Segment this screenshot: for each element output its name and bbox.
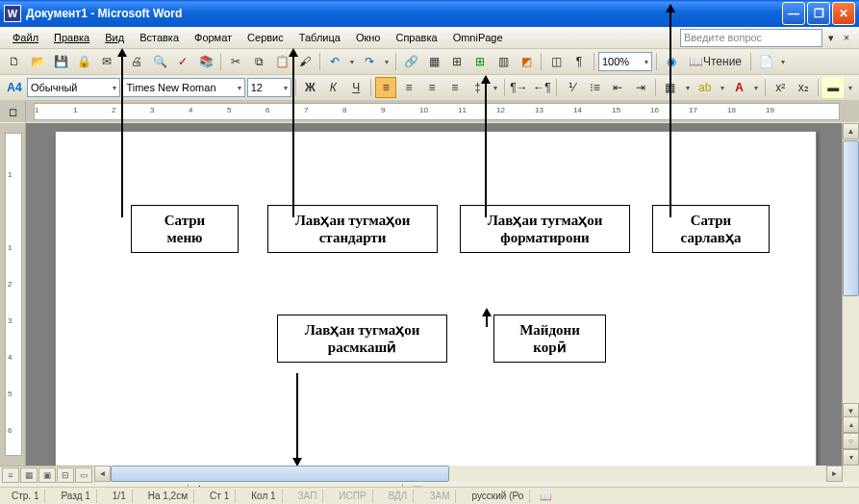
prev-page-icon[interactable]: ▴ [843, 416, 859, 433]
styles-pane-icon[interactable]: A4 [4, 77, 25, 98]
spellcheck-icon[interactable]: ✓ [172, 51, 193, 72]
help-dropdown-icon[interactable]: ▾ [824, 32, 838, 44]
email-icon[interactable]: ✉ [96, 51, 117, 72]
bullets-icon[interactable]: ⁝≡ [584, 77, 605, 98]
zoom-combo[interactable]: 100%▾ [598, 52, 652, 71]
app-icon: W [4, 5, 21, 22]
shading-icon[interactable]: ▬ [822, 77, 844, 98]
font-combo[interactable]: Times New Roman▾ [122, 78, 244, 97]
read-button[interactable]: 📖 Чтение [684, 51, 746, 72]
menu-table[interactable]: Таблица [292, 30, 347, 45]
horizontal-scrollbar[interactable]: ◄ ► [94, 466, 843, 482]
align-left-icon[interactable]: ≡ [375, 77, 396, 98]
web-view-icon[interactable]: ▦ [20, 467, 38, 483]
numbering-icon[interactable]: ⅟ [561, 77, 582, 98]
align-center-icon[interactable]: ≡ [398, 77, 419, 98]
menu-format[interactable]: Формат [188, 30, 239, 45]
undo-dropdown[interactable]: ▾ [347, 58, 357, 66]
menu-window[interactable]: Окно [349, 30, 388, 45]
excel-icon[interactable]: ⊞ [469, 51, 491, 72]
menu-insert[interactable]: Вставка [133, 30, 186, 45]
help-search-input[interactable]: Введите вопрос [680, 29, 822, 47]
fontsize-combo[interactable]: 12▾ [247, 78, 291, 97]
docmap-icon[interactable]: ◫ [545, 51, 567, 72]
showmarks-icon[interactable]: ¶ [568, 51, 590, 72]
browse-object-icon[interactable]: ○ [843, 433, 859, 449]
redo-dropdown[interactable]: ▾ [382, 58, 392, 66]
outdent-icon[interactable]: ⇤ [607, 77, 628, 98]
fontcolor-icon[interactable]: A [729, 77, 750, 98]
page-scroll: Сатри меню Лавҳаи тугмаҳои стандарти Лав… [26, 123, 859, 466]
menu-edit[interactable]: Правка [47, 30, 96, 45]
normal-view-icon[interactable]: ≡ [2, 467, 19, 483]
insert-table-icon[interactable]: ⊞ [446, 51, 467, 72]
paste-icon[interactable]: 📋 [271, 51, 292, 72]
research-icon[interactable]: 📚 [195, 51, 216, 72]
callout-format[interactable]: Лавҳаи тугмаҳои форматирони [460, 205, 630, 253]
italic-icon[interactable]: К [322, 77, 343, 98]
style-combo[interactable]: Обычный▾ [27, 78, 121, 97]
subscript-icon[interactable]: x₂ [793, 77, 814, 98]
vertical-ruler[interactable]: 1123456 [5, 133, 22, 456]
callout-title[interactable]: Сатри сарлавҳа [652, 205, 770, 253]
menu-tools[interactable]: Сервис [240, 30, 291, 45]
menu-help[interactable]: Справка [389, 30, 443, 45]
bold-icon[interactable]: Ж [300, 77, 321, 98]
help-icon[interactable]: ◉ [661, 51, 682, 72]
menu-view[interactable]: Вид [98, 30, 131, 45]
ruler-corner-icon[interactable]: ◻ [0, 101, 26, 122]
permission-icon[interactable]: 🔒 [73, 51, 94, 72]
next-page-icon[interactable]: ▾ [843, 449, 859, 466]
menu-close-icon[interactable]: × [840, 32, 853, 43]
status-lang: русский (Ро [466, 490, 530, 503]
status-at: На 1,2см [142, 490, 194, 503]
format-painter-icon[interactable]: 🖌 [294, 51, 316, 72]
open-icon[interactable]: 📂 [27, 51, 48, 72]
highlight-icon[interactable]: ab [695, 77, 716, 98]
copy-icon[interactable]: ⧉ [248, 51, 269, 72]
undo-icon[interactable]: ↶ [324, 51, 345, 72]
close-button[interactable]: ✕ [832, 2, 855, 25]
save-icon[interactable]: 💾 [50, 51, 71, 72]
callout-work[interactable]: Майдони корӣ [493, 315, 606, 363]
borders-icon[interactable]: ▦ [660, 77, 681, 98]
drawing-icon[interactable]: ◩ [516, 51, 537, 72]
minimize-button[interactable]: — [782, 2, 805, 25]
align-right-icon[interactable]: ≡ [421, 77, 442, 98]
cut-icon[interactable]: ✂ [225, 51, 246, 72]
preview-icon[interactable]: 🔍 [149, 51, 170, 72]
print-view-icon[interactable]: ▣ [38, 467, 56, 483]
linespacing-icon[interactable]: ‡ [467, 77, 489, 98]
maximize-button[interactable]: ❐ [807, 2, 830, 25]
tables-borders-icon[interactable]: ▦ [423, 51, 444, 72]
reading-view-icon[interactable]: ▭ [75, 467, 92, 483]
print-icon[interactable]: 🖨 [126, 51, 147, 72]
new-doc-icon[interactable]: 🗋 [4, 51, 25, 72]
columns-icon[interactable]: ▥ [493, 51, 514, 72]
menu-file[interactable]: Файл [6, 30, 45, 45]
callout-menu[interactable]: Сатри меню [131, 205, 239, 253]
vertical-scrollbar[interactable]: ▲ ▼ ▴ ○ ▾ [842, 123, 859, 466]
hyperlink-icon[interactable]: 🔗 [400, 51, 421, 72]
hscroll-thumb[interactable] [111, 466, 449, 482]
underline-icon[interactable]: Ч [345, 77, 366, 98]
superscript-icon[interactable]: x² [770, 77, 791, 98]
indent-icon[interactable]: ⇥ [630, 77, 651, 98]
horizontal-ruler[interactable]: 112345678910111213141516171819 [34, 103, 840, 120]
omnipage-icon[interactable]: 📄 [755, 51, 776, 72]
scroll-thumb[interactable] [843, 140, 859, 296]
align-justify-icon[interactable]: ≡ [444, 77, 466, 98]
page-content[interactable]: Сатри меню Лавҳаи тугмаҳои стандарти Лав… [114, 180, 758, 466]
scroll-right-icon[interactable]: ► [826, 466, 843, 482]
redo-icon[interactable]: ↷ [359, 51, 380, 72]
ltr-icon[interactable]: ¶→ [509, 77, 530, 98]
outline-view-icon[interactable]: ⊟ [57, 467, 74, 483]
callout-draw[interactable]: Лавҳаи тугмаҳои расмкашӣ [277, 315, 447, 363]
page[interactable]: Сатри меню Лавҳаи тугмаҳои стандарти Лав… [55, 131, 817, 466]
scroll-left-icon[interactable]: ◄ [94, 466, 111, 482]
scroll-up-icon[interactable]: ▲ [843, 123, 859, 139]
rtl-icon[interactable]: ←¶ [531, 77, 552, 98]
status-book-icon[interactable]: 📖 [540, 491, 551, 502]
callout-standard[interactable]: Лавҳаи тугмаҳои стандарти [267, 205, 438, 253]
menu-omnipage[interactable]: OmniPage [446, 30, 510, 45]
